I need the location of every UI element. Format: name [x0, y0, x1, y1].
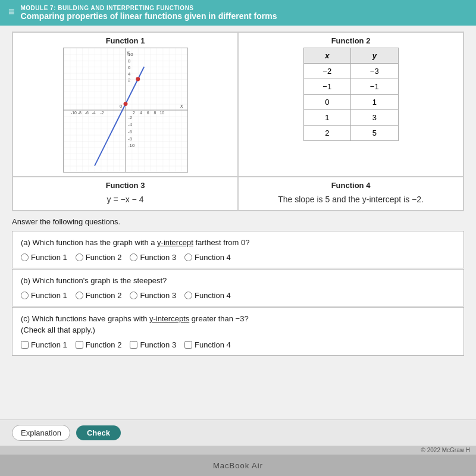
qc-check2[interactable]: [76, 341, 83, 349]
table-cell-y: 5: [351, 126, 399, 141]
function4-label: Function 4: [331, 181, 371, 190]
table-row: 13: [303, 110, 398, 126]
svg-text:10: 10: [159, 111, 164, 115]
table-row: 01: [303, 95, 398, 110]
qc-label3: Function 3: [140, 340, 176, 349]
svg-text:-4: -4: [127, 122, 132, 127]
table-cell-x: −2: [303, 64, 351, 79]
question-b-box: (b) Which function's graph is the steepe…: [12, 269, 464, 306]
answer-prompt: Answer the following questions.: [12, 217, 464, 226]
table-header-x: x: [303, 48, 351, 64]
copyright: © 2022 McGraw H: [0, 446, 476, 455]
module-label: MODULE 7: BUILDING AND INTERPRETING FUNC…: [21, 5, 277, 11]
table-cell-x: 1: [303, 110, 351, 126]
explanation-button[interactable]: Explanation: [12, 425, 70, 441]
svg-text:x: x: [180, 103, 183, 109]
svg-text:-10: -10: [70, 111, 76, 115]
menu-icon[interactable]: ≡: [8, 6, 15, 18]
qc-option4[interactable]: Function 4: [184, 340, 231, 349]
qb-option2[interactable]: Function 2: [76, 291, 122, 300]
qb-label3: Function 3: [140, 291, 176, 300]
table-cell-x: 0: [303, 95, 351, 110]
qc-label1: Function 1: [31, 340, 67, 349]
qc-label4: Function 4: [195, 340, 231, 349]
functions-grid: Function 1 x y 10: [12, 32, 464, 211]
function1-cell: Function 1 x y 10: [12, 32, 238, 177]
qc-check3[interactable]: [130, 341, 137, 349]
qa-radio1[interactable]: [21, 253, 29, 261]
qb-radio1[interactable]: [21, 292, 29, 299]
svg-text:2: 2: [127, 77, 130, 83]
qa-option1[interactable]: Function 1: [21, 253, 67, 262]
qc-label2: Function 2: [86, 340, 122, 349]
function2-label: Function 2: [331, 36, 371, 45]
svg-text:-10: -10: [127, 143, 134, 148]
qb-option1[interactable]: Function 1: [21, 291, 67, 300]
table-cell-y: 3: [351, 110, 399, 126]
qb-label4: Function 4: [195, 291, 231, 300]
question-c-text: (c) Which functions have graphs with y-i…: [21, 314, 455, 335]
svg-text:-2: -2: [100, 111, 104, 115]
table-header-y: y: [351, 48, 399, 64]
answer-section: Answer the following questions. (a) Whic…: [0, 211, 476, 362]
qc-check1[interactable]: [21, 341, 29, 349]
qb-label2: Function 2: [86, 291, 122, 300]
question-a-box: (a) Which function has the graph with a …: [12, 231, 464, 268]
svg-text:2: 2: [132, 111, 134, 115]
qc-option2[interactable]: Function 2: [76, 340, 122, 349]
qb-label1: Function 1: [31, 291, 67, 300]
qb-radio3[interactable]: [130, 292, 137, 299]
qb-option3[interactable]: Function 3: [130, 291, 176, 300]
qa-option4[interactable]: Function 4: [184, 253, 231, 262]
table-row: −2−3: [303, 64, 398, 79]
svg-text:4: 4: [127, 71, 130, 77]
question-b-options: Function 1 Function 2 Function 3 Functio…: [21, 291, 455, 300]
function2-table: x y −2−3−1−1011325: [303, 48, 399, 141]
table-cell-y: −1: [351, 79, 399, 95]
function3-cell: Function 3 y = −x − 4: [12, 177, 238, 211]
svg-text:10: 10: [127, 52, 133, 57]
svg-text:8: 8: [154, 111, 156, 115]
question-b-text: (b) Which function's graph is the steepe…: [21, 275, 455, 286]
svg-text:8: 8: [127, 58, 130, 64]
qb-radio2[interactable]: [76, 292, 83, 299]
main-content: Function 1 x y 10: [0, 26, 476, 419]
qa-radio2[interactable]: [76, 253, 83, 261]
question-a-options: Function 1 Function 2 Function 3 Functio…: [21, 253, 455, 262]
question-c-subtext: (Check all that apply.): [21, 325, 95, 334]
y-intercept-underline: y-intercept: [157, 238, 193, 247]
qa-label3: Function 3: [140, 253, 176, 262]
function2-cell: Function 2 x y −2−3−1−1011325: [238, 32, 464, 177]
table-row: −1−1: [303, 79, 398, 95]
check-button[interactable]: Check: [76, 425, 121, 440]
qa-radio4[interactable]: [184, 253, 192, 261]
question-c-box: (c) Which functions have graphs with y-i…: [12, 307, 464, 355]
qa-label2: Function 2: [86, 253, 122, 262]
page-header: ≡ MODULE 7: BUILDING AND INTERPRETING FU…: [0, 0, 476, 26]
svg-text:-6: -6: [127, 129, 132, 134]
table-cell-y: 1: [351, 95, 399, 110]
page-title: Comparing properties of linear functions…: [21, 11, 277, 21]
header-text-block: MODULE 7: BUILDING AND INTERPRETING FUNC…: [21, 5, 277, 21]
table-cell-x: −1: [303, 79, 351, 95]
svg-text:-6: -6: [84, 111, 88, 115]
qa-option3[interactable]: Function 3: [130, 253, 176, 262]
function1-label: Function 1: [106, 36, 145, 45]
qc-option1[interactable]: Function 1: [21, 340, 67, 349]
qc-option3[interactable]: Function 3: [130, 340, 176, 349]
svg-text:6: 6: [146, 111, 149, 115]
qa-label4: Function 4: [195, 253, 231, 262]
svg-text:-8: -8: [77, 111, 81, 115]
svg-text:-2: -2: [127, 115, 131, 120]
qa-label1: Function 1: [31, 253, 67, 262]
qb-radio4[interactable]: [184, 292, 192, 299]
table-cell-x: 2: [303, 126, 351, 141]
qb-option4[interactable]: Function 4: [184, 291, 231, 300]
qa-option2[interactable]: Function 2: [76, 253, 122, 262]
function4-description: The slope is 5 and the y-intercept is −2…: [275, 192, 426, 206]
qc-check4[interactable]: [184, 341, 192, 349]
svg-point-28: [123, 102, 127, 106]
svg-text:4: 4: [139, 111, 142, 115]
qa-radio3[interactable]: [130, 253, 137, 261]
y-intercepts-underline-c: y-intercepts: [149, 314, 189, 323]
